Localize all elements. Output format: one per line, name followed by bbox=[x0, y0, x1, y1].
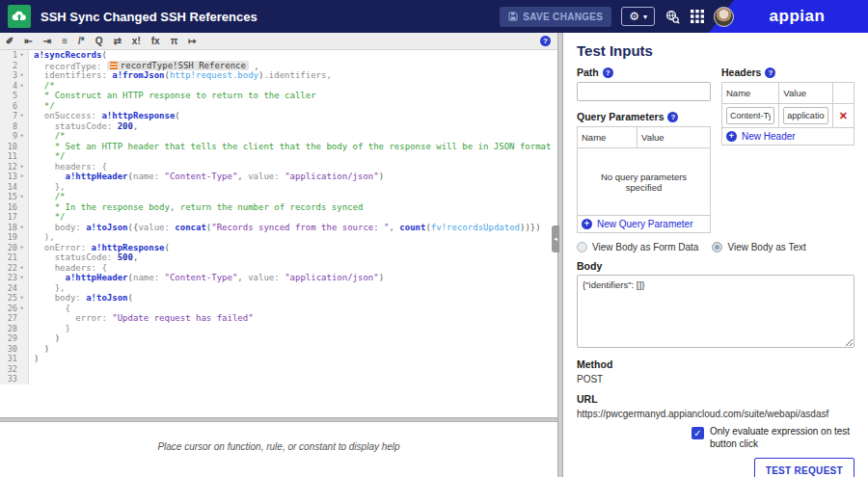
outline-icon[interactable]: ≡ bbox=[62, 34, 68, 49]
fold-caret-icon[interactable]: ▾ bbox=[17, 111, 26, 121]
function-icon[interactable]: fx bbox=[151, 34, 160, 49]
code-line[interactable]: 29 ) bbox=[0, 333, 557, 344]
code-line[interactable]: 28 } bbox=[0, 324, 557, 334]
code-line[interactable]: 9▾ /* bbox=[0, 131, 557, 142]
code-line[interactable]: 16 * In the response body, return the nu… bbox=[0, 202, 557, 213]
code-line[interactable]: 10 * Set an HTTP header that tells the c… bbox=[0, 142, 557, 152]
line-number-gutter: 13▾ bbox=[0, 172, 29, 182]
header-name-input[interactable] bbox=[726, 107, 774, 124]
code-line[interactable]: 25▾ body: a!toJson( bbox=[0, 293, 557, 304]
code-line[interactable]: 26▾ { bbox=[0, 304, 557, 314]
code-line[interactable]: 1▾a!syncRecords( bbox=[0, 50, 557, 61]
code-line[interactable]: 12▾ headers: { bbox=[0, 162, 557, 172]
fold-caret-icon[interactable]: ▾ bbox=[17, 70, 26, 81]
code-line[interactable]: 2 recordType: recordType!SSH Reference , bbox=[0, 61, 557, 71]
chevron-down-icon: ▾ bbox=[643, 13, 647, 21]
body-textarea[interactable]: {"identifiers": []} bbox=[577, 275, 854, 348]
code-line[interactable]: 30 ) bbox=[0, 344, 557, 355]
code-line[interactable]: 3▾ identifiers: a!fromJson(http!request.… bbox=[0, 70, 557, 81]
fold-caret-icon[interactable]: ▾ bbox=[17, 131, 26, 142]
user-avatar[interactable] bbox=[714, 7, 734, 27]
fold-caret-icon[interactable]: ▾ bbox=[17, 81, 26, 92]
method-value: POST bbox=[577, 374, 854, 384]
body-view-radio-option[interactable]: View Body as Text bbox=[712, 242, 805, 252]
code-line[interactable]: 13▾ a!httpHeader(name: "Content-Type", v… bbox=[0, 172, 557, 182]
header-value-input[interactable] bbox=[783, 107, 827, 124]
code-line[interactable]: 27 error: "Update request has failed" bbox=[0, 313, 557, 324]
code-line-text: */ bbox=[29, 101, 55, 112]
comment-icon[interactable]: /* bbox=[78, 34, 85, 49]
code-line[interactable]: 18▾ body: a!toJson({value: concat("Recor… bbox=[0, 223, 557, 233]
global-search-icon[interactable] bbox=[665, 10, 680, 24]
code-line-text: * In the response body, return the numbe… bbox=[29, 202, 363, 213]
code-line[interactable]: 15▾ /* bbox=[0, 192, 557, 202]
evaluate-on-click-checkbox[interactable]: ✓ Only evaluate expression on test butto… bbox=[692, 426, 854, 450]
code-line[interactable]: 20▾ onError: a!httpResponse( bbox=[0, 243, 557, 253]
code-line[interactable]: 33 bbox=[0, 374, 557, 384]
fold-caret-icon[interactable]: ▾ bbox=[17, 172, 26, 182]
radio-selected-icon[interactable] bbox=[712, 242, 722, 252]
code-line[interactable]: 11 */ bbox=[0, 151, 557, 162]
path-help-icon[interactable]: ? bbox=[603, 67, 613, 78]
fold-caret-icon[interactable]: ▾ bbox=[17, 223, 26, 233]
query-parameters-help-icon[interactable]: ? bbox=[667, 112, 678, 122]
fold-caret-icon[interactable]: ▾ bbox=[17, 192, 26, 202]
settings-menu-button[interactable]: ⚙ ▾ bbox=[621, 7, 655, 26]
new-query-parameter-link[interactable]: + New Query Parameter bbox=[582, 219, 706, 229]
record-type-token[interactable]: recordType!SSH Reference bbox=[107, 61, 249, 71]
code-line[interactable]: 21 statusCode: 500, bbox=[0, 252, 557, 263]
code-line-text: * Set an HTTP header that tells the clie… bbox=[29, 142, 551, 152]
fold-caret-icon[interactable]: ▾ bbox=[17, 263, 26, 274]
fold-caret-icon[interactable]: ▾ bbox=[17, 50, 26, 61]
headers-help-icon[interactable]: ? bbox=[765, 67, 775, 78]
fold-caret-icon[interactable]: ▾ bbox=[17, 304, 26, 314]
radio-unselected-icon[interactable] bbox=[577, 242, 587, 252]
line-number-gutter: 18▾ bbox=[0, 223, 29, 233]
body-view-radio-option[interactable]: View Body as Form Data bbox=[577, 242, 698, 252]
editor-help-icon[interactable]: ? bbox=[540, 36, 551, 46]
code-area[interactable]: 1▾a!syncRecords(2 recordType: recordType… bbox=[0, 50, 557, 417]
code-line[interactable]: 6 */ bbox=[0, 101, 557, 112]
format-wand-icon[interactable]: ✐ bbox=[6, 34, 14, 49]
code-line[interactable]: 23▾ a!httpHeader(name: "Content-Type", v… bbox=[0, 273, 557, 283]
code-line[interactable]: 22▾ headers: { bbox=[0, 263, 557, 274]
body-label: Body bbox=[577, 260, 602, 272]
line-number-gutter: 3▾ bbox=[0, 70, 29, 81]
code-line[interactable]: 4▾ /* bbox=[0, 81, 557, 92]
variable-icon[interactable]: x! bbox=[132, 34, 141, 49]
fold-caret-icon[interactable]: ▾ bbox=[17, 162, 26, 172]
radio-option-label: View Body as Text bbox=[727, 242, 805, 252]
code-line[interactable]: 19 ), bbox=[0, 232, 557, 243]
code-line[interactable]: 24 }, bbox=[0, 283, 557, 294]
code-line[interactable]: 5 * Construct an HTTP response to return… bbox=[0, 91, 557, 101]
code-line[interactable]: 31) bbox=[0, 354, 557, 364]
new-header-link[interactable]: + New Header bbox=[726, 131, 850, 142]
test-request-button[interactable]: TEST REQUEST bbox=[754, 458, 854, 477]
search-icon[interactable]: Q bbox=[95, 34, 103, 49]
swap-icon[interactable]: ⇄ bbox=[113, 34, 121, 49]
code-line[interactable]: 7▾ onSuccess: a!httpResponse( bbox=[0, 111, 557, 121]
cloud-upload-icon bbox=[8, 5, 31, 28]
fold-caret-icon[interactable]: ▾ bbox=[17, 293, 26, 304]
outdent-icon[interactable]: ⇤ bbox=[24, 34, 32, 49]
code-line-text: recordType: recordType!SSH Reference , bbox=[29, 61, 259, 71]
path-input[interactable] bbox=[577, 82, 711, 101]
code-line[interactable]: 8 statusCode: 200, bbox=[0, 121, 557, 132]
code-line[interactable]: 17 */ bbox=[0, 212, 557, 223]
code-line-text: identifiers: a!fromJson(http!request.bod… bbox=[29, 70, 332, 81]
fold-caret-icon[interactable]: ▾ bbox=[17, 243, 26, 253]
code-line-text: statusCode: 200, bbox=[29, 121, 138, 132]
code-line[interactable]: 32 bbox=[0, 364, 557, 375]
app-grid-icon[interactable] bbox=[691, 10, 704, 23]
exit-icon[interactable]: ↦ bbox=[188, 34, 196, 49]
line-number-gutter: 12▾ bbox=[0, 162, 29, 172]
pi-icon[interactable]: π bbox=[171, 34, 178, 49]
test-inputs-title: Test Inputs bbox=[577, 42, 854, 59]
code-line-text: body: a!toJson({value: concat("Records s… bbox=[29, 223, 541, 233]
fold-caret-icon[interactable]: ▾ bbox=[17, 273, 26, 283]
delete-header-icon[interactable]: ✕ bbox=[837, 110, 850, 122]
collapse-panel-handle[interactable]: ◂ bbox=[552, 225, 559, 252]
code-line[interactable]: 14 }, bbox=[0, 182, 557, 193]
save-changes-button[interactable]: SAVE CHANGES bbox=[500, 7, 611, 27]
indent-icon[interactable]: ⇥ bbox=[43, 34, 51, 49]
